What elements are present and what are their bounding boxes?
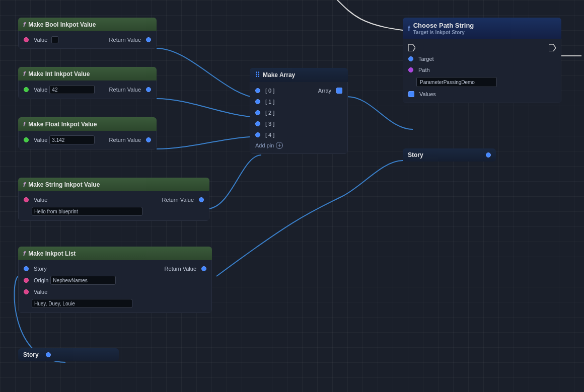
choose-values-pin[interactable] bbox=[408, 91, 414, 97]
choose-values-label: Values bbox=[419, 91, 436, 97]
float-return-pin[interactable] bbox=[146, 137, 151, 142]
choose-exec-in-icon bbox=[408, 44, 415, 51]
float-value-pin[interactable] bbox=[24, 137, 29, 142]
func-icon-float: f bbox=[23, 120, 25, 128]
add-pin-plus-icon[interactable]: + bbox=[276, 142, 283, 149]
array-pin4-label: [ 4 ] bbox=[265, 132, 274, 138]
choose-path-input[interactable] bbox=[416, 77, 497, 87]
node-int-header: f Make Int Inkpot Value bbox=[18, 67, 157, 81]
list-origin-pin[interactable] bbox=[24, 278, 29, 283]
func-icon-list: f bbox=[23, 250, 25, 257]
node-choose-title: Choose Path String bbox=[413, 22, 474, 29]
list-value-row: Value bbox=[19, 286, 211, 297]
string-text-row bbox=[19, 205, 209, 217]
add-pin-button[interactable]: Add pin + bbox=[250, 140, 347, 150]
choose-path-row: Path bbox=[403, 64, 561, 75]
int-return-label: Return Value bbox=[109, 87, 141, 93]
func-icon: f bbox=[23, 21, 25, 28]
node-story-out-label: Story bbox=[23, 351, 39, 358]
story-right-pin[interactable] bbox=[486, 152, 491, 158]
bool-return-pin[interactable] bbox=[146, 37, 151, 42]
node-make-float: f Make Float Inkpot Value Value Return V… bbox=[18, 117, 157, 149]
func-icon-int: f bbox=[23, 70, 25, 77]
string-return-pin[interactable] bbox=[199, 197, 204, 202]
node-make-inkpot-list: f Make Inkpot List Story Return Value Or… bbox=[18, 247, 212, 313]
bool-value-label: Value bbox=[34, 37, 47, 43]
int-value-pin[interactable] bbox=[24, 87, 29, 92]
node-array-title: Make Array bbox=[263, 71, 295, 79]
list-origin-row: Origin bbox=[19, 274, 211, 286]
choose-target-pin[interactable] bbox=[408, 56, 413, 61]
node-make-bool: f Make Bool Inkpot Value Value Return Va… bbox=[18, 18, 157, 49]
node-list-title: Make Inkpot List bbox=[28, 250, 76, 257]
float-value-input[interactable] bbox=[49, 135, 95, 144]
node-bool-body: Value Return Value bbox=[18, 31, 157, 49]
node-list-body: Story Return Value Origin Value bbox=[18, 260, 212, 313]
svg-marker-0 bbox=[408, 44, 415, 51]
array-pin-1[interactable] bbox=[255, 99, 260, 104]
string-value-pin[interactable] bbox=[24, 197, 29, 202]
float-value-label: Value bbox=[34, 137, 47, 143]
bool-return-label: Return Value bbox=[109, 37, 141, 43]
node-int-body: Value Return Value bbox=[18, 81, 157, 99]
string-value-label: Value bbox=[34, 197, 47, 203]
list-story-pin[interactable] bbox=[24, 266, 29, 271]
string-value-input[interactable] bbox=[32, 207, 142, 216]
float-return-label: Return Value bbox=[109, 137, 141, 143]
list-story-row: Story Return Value bbox=[19, 263, 211, 274]
list-value-label: Value bbox=[34, 289, 47, 295]
choose-target-row: Target bbox=[403, 53, 561, 64]
bool-checkbox[interactable] bbox=[51, 36, 58, 43]
node-story-output-bottom: Story bbox=[18, 348, 119, 361]
node-choose-path-string: f Choose Path String Target is Inkpot St… bbox=[403, 18, 561, 103]
list-return-pin[interactable] bbox=[201, 266, 206, 271]
node-string-title: Make String Inkpot Value bbox=[28, 181, 100, 188]
svg-marker-1 bbox=[549, 44, 556, 51]
node-list-header: f Make Inkpot List bbox=[18, 247, 212, 260]
bool-value-pin[interactable] bbox=[24, 37, 29, 42]
array-pin-3[interactable] bbox=[255, 121, 260, 126]
list-value-input[interactable] bbox=[32, 299, 132, 308]
choose-exec-row bbox=[403, 42, 561, 53]
list-origin-input[interactable] bbox=[50, 276, 116, 285]
node-array-header: ⠿ Make Array bbox=[250, 68, 348, 82]
choose-path-pin[interactable] bbox=[408, 67, 413, 72]
story-out-pin[interactable] bbox=[46, 352, 51, 357]
node-make-string: f Make String Inkpot Value Value Return … bbox=[18, 178, 209, 221]
list-story-label: Story bbox=[34, 266, 47, 272]
node-bool-title: Make Bool Inkpot Value bbox=[28, 21, 96, 28]
choose-values-row: Values bbox=[403, 89, 561, 100]
node-make-int: f Make Int Inkpot Value Value Return Val… bbox=[18, 67, 157, 99]
list-value-pin[interactable] bbox=[24, 289, 29, 294]
string-return-label: Return Value bbox=[162, 197, 194, 203]
func-icon-string: f bbox=[23, 181, 25, 188]
array-pin1-row: [ 1 ] bbox=[250, 96, 347, 107]
array-pin2-label: [ 2 ] bbox=[265, 110, 274, 116]
float-value-row: Value Return Value bbox=[19, 134, 156, 146]
array-pin0-row: [ 0 ] Array bbox=[250, 85, 347, 96]
int-value-label: Value bbox=[34, 87, 47, 93]
array-pin3-row: [ 3 ] bbox=[250, 118, 347, 129]
node-string-header: f Make String Inkpot Value bbox=[18, 178, 209, 191]
int-value-row: Value Return Value bbox=[19, 84, 156, 96]
node-make-array: ⠿ Make Array [ 0 ] Array [ 1 ] [ 2 ] bbox=[250, 68, 348, 154]
int-return-pin[interactable] bbox=[146, 87, 151, 92]
list-origin-label: Origin bbox=[34, 277, 48, 283]
node-array-body: [ 0 ] Array [ 1 ] [ 2 ] [ 3 ] bbox=[250, 82, 348, 154]
array-pin-2[interactable] bbox=[255, 110, 260, 115]
node-story-output-right: Story bbox=[403, 148, 496, 162]
node-bool-header: f Make Bool Inkpot Value bbox=[18, 18, 157, 31]
array-pin-4[interactable] bbox=[255, 132, 260, 137]
string-value-row: Value Return Value bbox=[19, 194, 209, 205]
int-value-input[interactable] bbox=[49, 85, 95, 94]
node-choose-subtitle: Target is Inkpot Story bbox=[413, 30, 474, 35]
array-pin-0[interactable] bbox=[255, 88, 260, 93]
node-float-title: Make Float Inkpot Value bbox=[28, 121, 97, 128]
array-pin2-row: [ 2 ] bbox=[250, 107, 347, 118]
node-choose-body: Target Path Values bbox=[403, 39, 561, 103]
node-float-header: f Make Float Inkpot Value bbox=[18, 117, 157, 131]
node-story-right-header: Story bbox=[403, 148, 496, 162]
array-output-pin[interactable] bbox=[336, 88, 342, 94]
node-story-right-label: Story bbox=[408, 151, 423, 159]
choose-icon: f bbox=[408, 25, 410, 33]
